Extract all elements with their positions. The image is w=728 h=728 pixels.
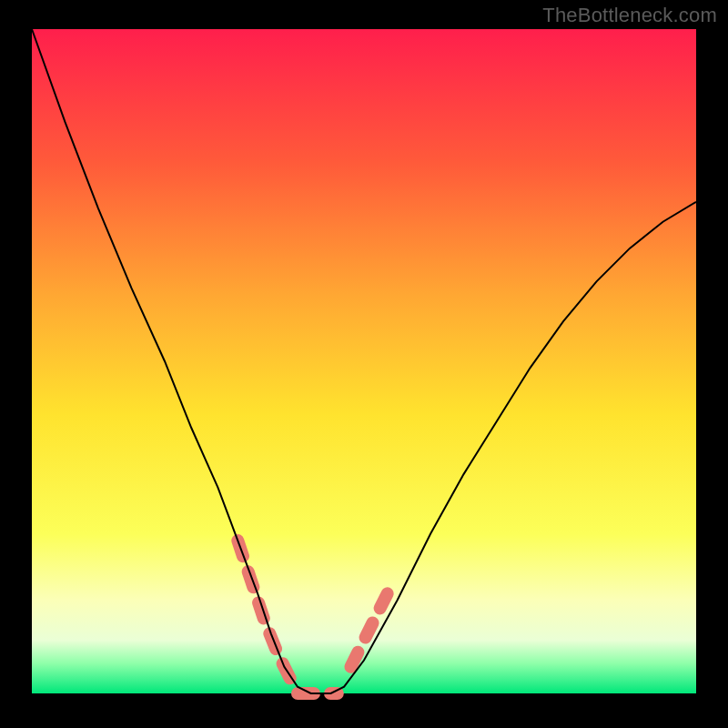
- watermark-text: TheBottleneck.com: [542, 4, 717, 27]
- chart-stage: TheBottleneck.com: [0, 0, 728, 728]
- chart-canvas: [0, 0, 728, 728]
- plot-background: [32, 29, 696, 693]
